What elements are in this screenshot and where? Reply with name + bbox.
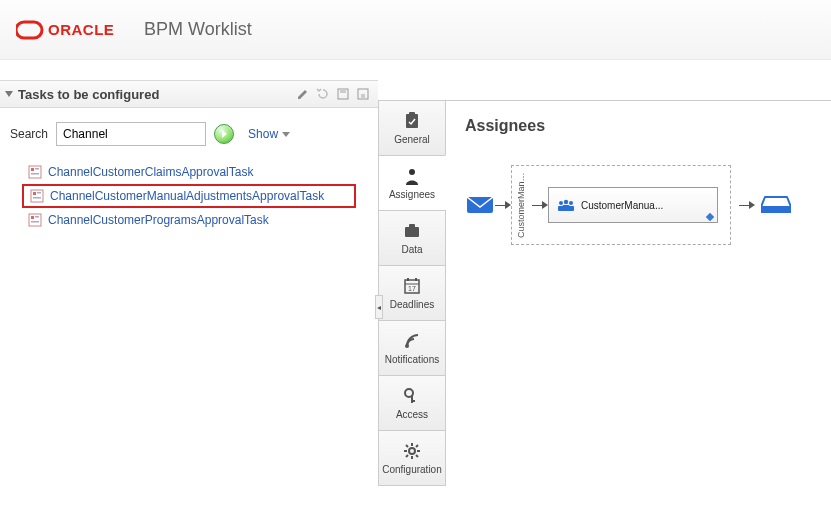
svg-rect-18 [406,114,418,128]
tab-data[interactable]: Data [378,210,446,266]
svg-rect-0 [16,22,42,38]
notifications-icon [402,332,422,350]
svg-point-46 [569,201,573,205]
collapse-handle[interactable]: ◂ [375,295,383,319]
show-menu[interactable]: Show [248,127,290,141]
svg-rect-14 [29,214,41,226]
tab-label: Deadlines [390,299,434,310]
svg-rect-7 [31,168,34,171]
tab-deadlines[interactable]: 17Deadlines [378,265,446,321]
tab-configuration[interactable]: Configuration [378,430,446,486]
task-link[interactable]: ChannelCustomerClaimsApprovalTask [48,165,253,179]
svg-point-44 [564,200,568,204]
main-area: Assignees CustomerManua.. [445,100,831,507]
participant-node[interactable]: CustomerManua... [548,187,718,223]
svg-rect-8 [35,168,39,170]
svg-rect-19 [409,112,415,116]
task-icon [30,189,44,203]
tab-label: General [394,134,430,145]
svg-line-40 [406,455,408,457]
task-link[interactable]: ChannelCustomerProgramsApprovalTask [48,213,269,227]
task-link[interactable]: ChannelCustomerManualAdjustmentsApproval… [50,189,324,203]
node-label: CustomerManua... [581,200,663,211]
task-icon [28,165,42,179]
data-icon [402,222,422,240]
task-tabs: GeneralAssigneesData17DeadlinesNotificat… [378,100,446,507]
svg-text:ORACLE: ORACLE [48,21,114,38]
arrow-icon [739,201,755,209]
svg-rect-21 [405,227,419,237]
oracle-logo: ORACLE [16,20,126,40]
app-header: ORACLE BPM Worklist [0,0,831,60]
tab-assignees[interactable]: Assignees [378,155,446,211]
tab-label: Notifications [385,354,439,365]
search-label: Search [10,127,48,141]
tab-label: Data [401,244,422,255]
task-item[interactable]: ChannelCustomerClaimsApprovalTask [22,162,356,182]
svg-rect-3 [340,89,346,93]
configuration-icon [402,442,422,460]
commit-icon[interactable] [354,85,372,103]
svg-point-28 [405,344,409,348]
chevron-down-icon [282,132,290,137]
svg-point-32 [409,448,415,454]
right-panel: ◂ GeneralAssigneesData17DeadlinesNotific… [378,60,831,507]
app-title: BPM Worklist [144,19,252,40]
svg-rect-26 [407,278,409,281]
svg-rect-13 [33,197,41,199]
arrow-icon [495,201,511,209]
search-input[interactable] [56,122,206,146]
stage-label: CustomerManua.. [516,172,526,238]
svg-point-20 [409,169,415,175]
deadlines-icon: 17 [402,277,422,295]
tab-access[interactable]: Access [378,375,446,431]
edit-icon[interactable] [294,85,312,103]
main-title: Assignees [465,117,811,135]
task-list: ChannelCustomerClaimsApprovalTask Channe… [0,156,378,236]
arrow-icon [532,201,548,209]
assignees-icon [402,167,422,185]
tab-label: Access [396,409,428,420]
svg-rect-16 [35,216,39,218]
svg-rect-48 [761,207,791,213]
svg-line-39 [416,445,418,447]
svg-rect-31 [411,400,415,402]
svg-rect-6 [29,166,41,178]
tab-general[interactable]: General [378,100,446,156]
svg-rect-11 [33,192,36,195]
svg-rect-47 [568,206,574,211]
svg-rect-5 [361,94,365,99]
participants-icon [557,198,575,212]
task-item[interactable]: ChannelCustomerProgramsApprovalTask [22,210,356,230]
svg-point-42 [559,201,563,205]
svg-text:17: 17 [408,285,416,292]
approval-stage[interactable]: CustomerManua.. CustomerManua... [511,165,731,245]
svg-line-37 [406,445,408,447]
svg-rect-12 [37,192,41,194]
tab-label: Assignees [389,189,435,200]
svg-rect-10 [31,190,43,202]
task-icon [28,213,42,227]
tab-notifications[interactable]: Notifications [378,320,446,376]
search-go-button[interactable] [214,124,234,144]
end-tray-icon [761,193,791,217]
tasks-panel-title: Tasks to be configured [18,87,159,102]
search-row: Search Show [0,108,378,156]
svg-rect-17 [31,221,39,223]
assignee-diagram: CustomerManua.. CustomerManua... [465,165,811,245]
show-label: Show [248,127,278,141]
start-envelope-icon [465,193,495,217]
svg-rect-22 [409,224,415,228]
access-icon [402,387,422,405]
revert-icon[interactable] [314,85,332,103]
left-panel: Tasks to be configured Search Show [0,60,378,507]
task-item[interactable]: ChannelCustomerManualAdjustmentsApproval… [22,184,356,208]
general-icon [402,112,422,130]
save-icon[interactable] [334,85,352,103]
tasks-panel-header: Tasks to be configured [0,80,378,108]
svg-rect-15 [31,216,34,219]
disclose-icon[interactable] [5,91,13,97]
svg-rect-27 [415,278,417,281]
tab-label: Configuration [382,464,441,475]
add-participant-icon[interactable] [706,213,714,221]
